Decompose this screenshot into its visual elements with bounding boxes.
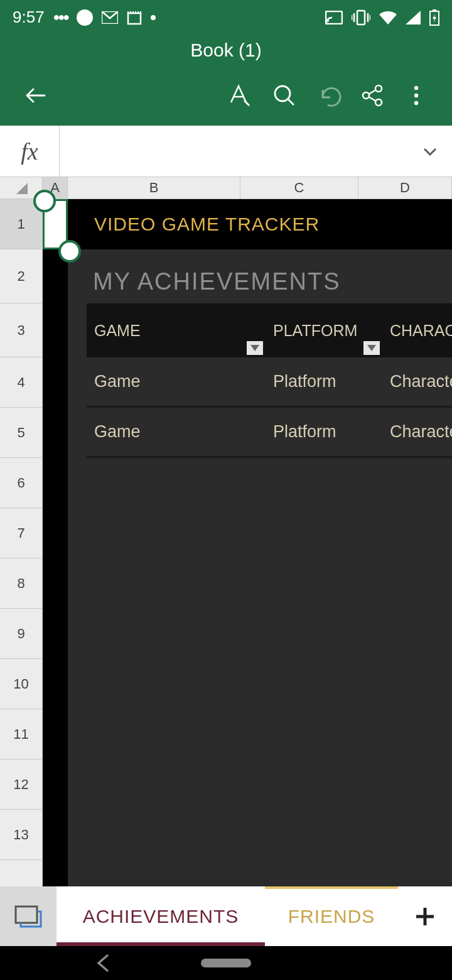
svg-rect-3 <box>357 11 365 24</box>
wifi-icon <box>379 11 397 24</box>
row-header-10[interactable]: 10 <box>0 659 42 709</box>
worksheet-title: VIDEO GAME TRACKER <box>94 214 320 235</box>
vibrate-icon <box>352 9 370 26</box>
filter-game-button[interactable] <box>247 341 263 355</box>
app-bar: Book (1) <box>0 35 452 126</box>
tab-friends[interactable]: FRIENDS <box>265 886 398 946</box>
row-headers: 1 2 3 4 5 6 7 8 9 10 11 12 13 <box>0 199 43 886</box>
table-header-row: GAME PLATFORM CHARACTER PL <box>87 303 452 357</box>
row-header-6[interactable]: 6 <box>0 458 42 508</box>
cast-icon <box>325 11 343 24</box>
more-notif-dot-icon <box>151 15 156 20</box>
cell-platform[interactable]: Platform <box>266 408 382 456</box>
undo-button[interactable] <box>306 77 350 114</box>
row-header-11[interactable]: 11 <box>0 709 42 760</box>
content-background <box>68 199 452 886</box>
add-sheet-button[interactable] <box>398 886 452 946</box>
row-header-12[interactable]: 12 <box>0 760 42 810</box>
col-header-b[interactable]: B <box>68 177 240 199</box>
row-header-2[interactable]: 2 <box>0 249 42 303</box>
cell-game[interactable]: Game <box>87 408 266 456</box>
filter-platform-button[interactable] <box>363 341 380 355</box>
svg-point-9 <box>375 99 382 106</box>
table-row[interactable]: Game Platform Character <box>87 408 452 458</box>
nav-back-button[interactable] <box>96 954 110 972</box>
svg-point-12 <box>414 101 418 105</box>
selection-handle-bottom[interactable] <box>58 240 81 263</box>
tab-achievements[interactable]: ACHIEVEMENTS <box>56 886 265 946</box>
android-status-bar: 9:57 ●●● <box>0 0 452 35</box>
sheets-panel-button[interactable] <box>0 886 56 946</box>
row-header-4[interactable]: 4 <box>0 357 42 408</box>
svg-point-7 <box>375 85 382 92</box>
svg-rect-1 <box>128 13 141 24</box>
row-header-3[interactable]: 3 <box>0 303 42 357</box>
svg-point-11 <box>414 94 418 97</box>
col-header-d[interactable]: D <box>358 177 452 199</box>
document-title: Book (1) <box>0 37 452 61</box>
expand-formula-button[interactable] <box>408 143 452 160</box>
battery-charging-icon <box>429 9 439 26</box>
calendar-icon <box>127 10 142 25</box>
vpn-icon: ●●● <box>53 11 68 24</box>
overflow-menu-button[interactable] <box>394 77 438 114</box>
worksheet-title-band: VIDEO GAME TRACKER <box>68 199 452 249</box>
row-header-5[interactable]: 5 <box>0 408 42 458</box>
th-platform[interactable]: PLATFORM <box>266 303 382 357</box>
svg-rect-13 <box>16 906 37 923</box>
svg-point-8 <box>363 92 369 99</box>
col-header-c[interactable]: C <box>240 177 358 199</box>
sheet-area[interactable]: VIDEO GAME TRACKER MY ACHIEVEMENTS GAME … <box>43 199 452 886</box>
back-button[interactable] <box>14 77 58 114</box>
th-character[interactable]: CHARACTER PL <box>382 303 452 357</box>
android-nav-bar <box>0 946 452 980</box>
selection-handle-top[interactable] <box>33 190 56 212</box>
column-headers: A B C D <box>0 177 452 199</box>
table-row[interactable]: Game Platform Character <box>87 357 452 408</box>
sheet-tabs: ACHIEVEMENTS FRIENDS <box>0 886 452 946</box>
svg-point-10 <box>414 86 418 90</box>
th-game[interactable]: GAME <box>87 303 266 357</box>
formula-bar: fx <box>0 126 452 177</box>
search-button[interactable] <box>262 77 306 114</box>
cell-signal-icon <box>406 11 421 24</box>
svg-rect-5 <box>433 9 436 11</box>
cell-game[interactable]: Game <box>87 357 266 406</box>
row-header-13[interactable]: 13 <box>0 810 42 860</box>
section-heading: MY ACHIEVEMENTS <box>93 268 341 295</box>
nav-home-pill[interactable] <box>201 959 251 967</box>
share-button[interactable] <box>350 77 394 114</box>
formula-input[interactable] <box>60 126 408 177</box>
row-header-8[interactable]: 8 <box>0 558 42 609</box>
svg-rect-2 <box>326 11 342 24</box>
status-time: 9:57 <box>13 8 45 27</box>
fx-icon[interactable]: fx <box>0 126 60 177</box>
notification-dot-icon <box>77 9 93 26</box>
cell-platform[interactable]: Platform <box>266 357 382 406</box>
row-header-9[interactable]: 9 <box>0 609 42 659</box>
cell-selection[interactable] <box>43 199 68 249</box>
format-button[interactable] <box>218 77 262 114</box>
svg-point-6 <box>275 86 290 101</box>
gmail-icon <box>102 11 118 24</box>
row-header-7[interactable]: 7 <box>0 508 42 558</box>
cell-character[interactable]: Character <box>382 408 452 456</box>
spreadsheet-grid[interactable]: 1 2 3 4 5 6 7 8 9 10 11 12 13 VIDEO GAME… <box>0 199 452 886</box>
cell-character[interactable]: Character <box>382 357 452 406</box>
